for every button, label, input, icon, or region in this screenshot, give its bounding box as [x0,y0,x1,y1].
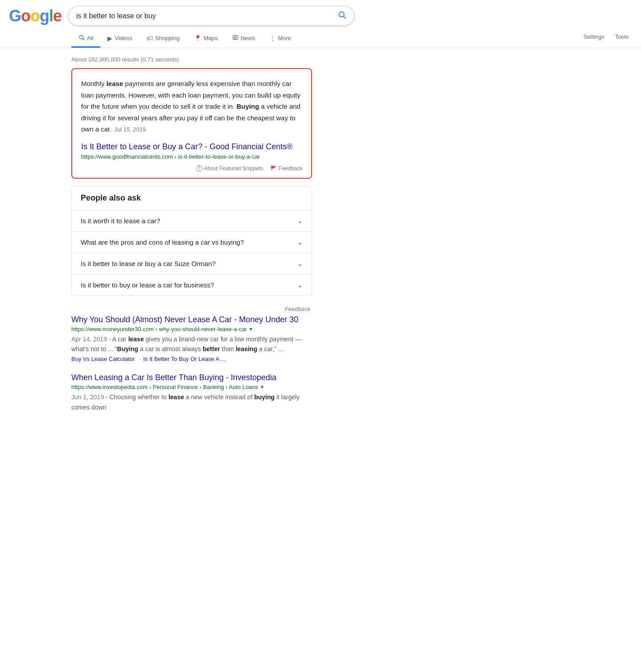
question-icon: ? [196,165,202,172]
chevron-down-icon-3: ⌄ [297,259,303,268]
logo-letter-e: e [53,7,62,25]
nav-item-videos[interactable]: ▶ Videos [100,30,140,48]
logo-letter-o2: o [30,7,40,25]
tools-link[interactable]: Tools [612,31,632,43]
search-input[interactable]: is it better to lease or buy [76,12,333,20]
result-snippet-2: Jun 1, 2019 - Choosing whether to lease … [71,392,312,412]
logo-letter-g2: g [40,7,49,25]
nav-videos-label: Videos [115,35,132,41]
snippet-title-link[interactable]: Is It Better to Lease or Buy a Car? - Go… [81,142,302,152]
snippet-bold-lease: lease [107,80,123,87]
chevron-down-icon-4: ⌄ [297,281,303,289]
snippet-feedback-label: Feedback [279,165,302,172]
search-icon [337,12,346,21]
nav-tools: Settings Tools [580,31,641,47]
result-url-1: https://www.moneyunder30.com › why-you-s… [71,326,247,332]
featured-snippet: Monthly lease payments are generally les… [71,68,312,179]
svg-line-3 [83,39,84,40]
search-nav-icon [78,34,85,42]
snippet-footer: ? About Featured Snippets 🚩 Feedback [81,165,302,172]
nav-item-maps[interactable]: 📍 Maps [187,30,225,48]
result-url-row-1: https://www.moneyunder30.com › why-you-s… [71,326,312,332]
result-url-row-2: https://www.investopedia.com › Personal … [71,384,312,390]
paa-item-4[interactable]: Is it better to buy or lease a car for b… [72,274,312,295]
svg-line-1 [344,16,346,19]
nav-item-more[interactable]: ⋮ More [262,30,298,48]
result-item-1: Why You Should (Almost) Never Lease A Ca… [71,315,312,363]
snippet-bold-buying: Buying [237,102,259,110]
result-url-arrow-1[interactable]: ▼ [249,327,253,332]
nav-maps-label: Maps [204,35,218,41]
result-snippet-1: Apr 14, 2019 - A car lease gives you a b… [71,334,312,354]
sitelink-1b[interactable]: Is It Better To Buy Or Lease A ... [143,356,226,362]
chevron-down-icon-1: ⌄ [297,217,303,225]
search-bar-wrapper: is it better to lease or buy [69,6,354,25]
nav-news-label: News [241,35,255,41]
nav-item-news[interactable]: News [225,30,263,48]
header: Google is it better to lease or buy [0,0,641,25]
logo-letter-o1: o [21,7,30,25]
more-nav-icon: ⋮ [269,35,275,42]
paa-question-1: Is it worth it to lease a car? [81,217,160,225]
search-button[interactable] [337,10,346,21]
result-item-2: When Leasing a Car Is Better Than Buying… [71,373,312,412]
result-date-2: Jun 1, 2019 [71,393,104,401]
result-url-2: https://www.investopedia.com › Personal … [71,384,258,390]
google-logo: Google [9,7,62,25]
result-date-1: Apr 14, 2019 [71,336,107,343]
nav-shopping-label: Shopping [155,35,180,41]
snippet-url: https://www.goodfinancialcents.com › is-… [81,153,302,160]
paa-item-1[interactable]: Is it worth it to lease a car? ⌄ [72,210,312,231]
main-content: About 162,000,000 results (0.71 seconds)… [0,48,312,412]
result-title-1[interactable]: Why You Should (Almost) Never Lease A Ca… [71,315,312,324]
nav-bar: All ▶ Videos 🏷 Shopping 📍 Maps News ⋮ Mo… [0,27,641,48]
people-also-ask-box: People also ask Is it worth it to lease … [71,186,312,296]
nav-more-label: More [278,35,291,41]
settings-link[interactable]: Settings [580,31,608,43]
flag-icon: 🚩 [270,165,277,172]
logo-letter-g: G [9,7,21,25]
nav-item-all[interactable]: All [71,30,100,48]
results-info: About 162,000,000 results (0.71 seconds) [71,53,312,68]
paa-feedback[interactable]: Feedback [71,303,312,315]
paa-question-3: Is it better to lease or buy a car Suze … [81,260,216,267]
about-snippets-link[interactable]: ? About Featured Snippets [196,165,263,172]
snippet-feedback-link[interactable]: 🚩 Feedback [270,165,302,172]
nav-item-shopping[interactable]: 🏷 Shopping [140,30,187,48]
paa-question-4: Is it better to buy or lease a car for b… [81,281,214,289]
maps-nav-icon: 📍 [194,35,201,42]
paa-title: People also ask [72,186,312,210]
paa-item-2[interactable]: What are the pros and cons of leasing a … [72,231,312,253]
sitelink-1a[interactable]: Buy Vs Lease Calculator [71,356,135,362]
shopping-nav-icon: 🏷 [147,35,153,42]
videos-nav-icon: ▶ [107,35,112,42]
nav-all-label: All [87,35,93,41]
snippet-date: Jul 15, 2019 [114,126,146,133]
result-sitelinks-1: Buy Vs Lease Calculator · Is It Better T… [71,356,312,362]
paa-item-3[interactable]: Is it better to lease or buy a car Suze … [72,253,312,274]
news-nav-icon [232,34,238,42]
result-url-arrow-2[interactable]: ▼ [260,385,264,389]
logo-letter-l: l [49,7,53,25]
chevron-down-icon-2: ⌄ [297,238,303,246]
paa-question-2: What are the pros and cons of leasing a … [81,238,244,246]
search-bar: is it better to lease or buy [69,6,354,25]
result-title-2[interactable]: When Leasing a Car Is Better Than Buying… [71,373,312,382]
snippet-text: Monthly lease payments are generally les… [81,78,302,135]
about-snippets-label: About Featured Snippets [204,165,263,172]
